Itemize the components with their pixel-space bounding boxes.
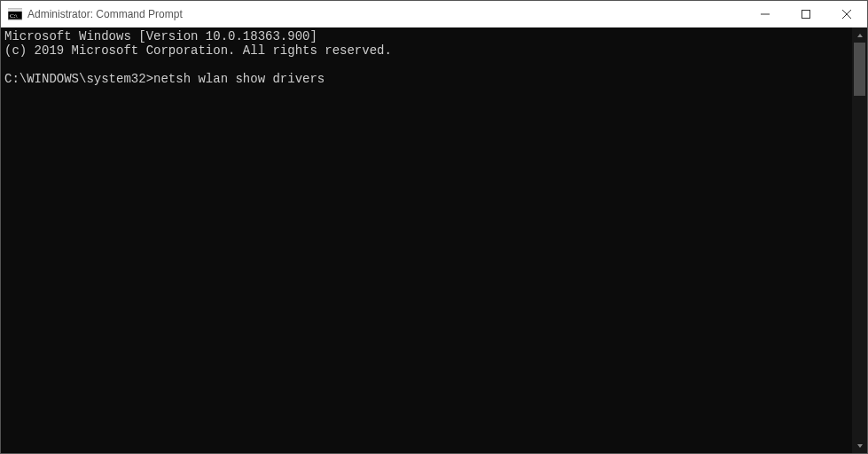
window-titlebar[interactable]: C:\ Administrator: Command Prompt [1,1,867,27]
svg-marker-7 [857,34,863,37]
terminal-output[interactable]: Microsoft Windows [Version 10.0.18363.90… [1,27,852,453]
svg-rect-1 [8,9,22,12]
svg-text:C:\: C:\ [10,12,18,20]
scroll-up-arrow[interactable] [852,27,867,43]
prompt-line: C:\WINDOWS\system32>netsh wlan show driv… [4,72,325,86]
scroll-track[interactable] [852,43,867,438]
close-button[interactable] [826,1,867,27]
svg-rect-4 [802,11,810,19]
maximize-button[interactable] [786,1,826,27]
output-line: Microsoft Windows [Version 10.0.18363.90… [4,29,317,43]
terminal-area: Microsoft Windows [Version 10.0.18363.90… [1,27,867,453]
scroll-down-arrow[interactable] [852,438,867,453]
minimize-button[interactable] [745,1,786,27]
window-controls [745,1,867,27]
command-input[interactable]: netsh wlan show drivers [153,72,325,86]
prompt-path: C:\WINDOWS\system32> [4,72,153,86]
scroll-thumb[interactable] [854,43,865,96]
svg-marker-8 [857,444,863,448]
vertical-scrollbar[interactable] [852,27,867,453]
output-line: (c) 2019 Microsoft Corporation. All righ… [4,43,392,58]
cmd-icon: C:\ [8,7,22,21]
window-title: Administrator: Command Prompt [27,8,183,20]
